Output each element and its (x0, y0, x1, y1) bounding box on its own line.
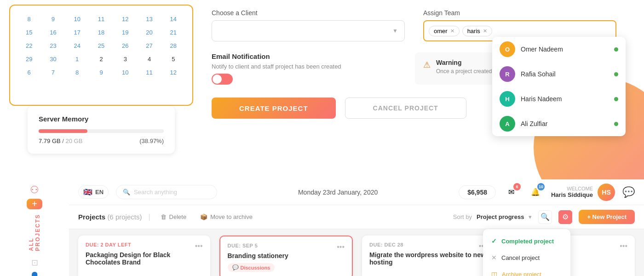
card-menu-design[interactable]: ••• (620, 242, 627, 250)
cal-cell[interactable]: 6 (17, 66, 40, 79)
cal-cell[interactable]: 7 (41, 66, 64, 79)
context-archive-label: Archive project (502, 271, 541, 276)
cal-cell[interactable]: 19 (114, 26, 137, 39)
user-avatar[interactable]: HS (598, 184, 615, 201)
cal-cell[interactable]: 11 (90, 13, 113, 25)
sort-value[interactable]: Project progress (477, 213, 524, 220)
cal-cell[interactable]: 16 (41, 26, 64, 39)
cal-cell[interactable]: 10 (114, 66, 137, 79)
cal-cell[interactable]: 1 (66, 53, 89, 65)
bell-notification[interactable]: 🔔 10 (527, 184, 544, 201)
create-project-button[interactable]: CREATE PROJECT (212, 98, 336, 119)
cal-cell[interactable]: 30 (41, 53, 64, 65)
cal-cell[interactable]: 10 (66, 13, 89, 25)
discussions-badge[interactable]: 💬 Discussions (228, 263, 275, 272)
cal-cell[interactable]: 12 (162, 66, 185, 79)
card-menu-branding[interactable]: ••• (337, 243, 345, 251)
cal-cell[interactable]: 20 (138, 26, 161, 39)
choose-client-select[interactable]: ▼ (212, 20, 405, 41)
context-cancel-label: Cancel project (501, 254, 540, 261)
context-completed[interactable]: ✓ Completed project (483, 233, 570, 249)
card-title-packaging: Packaging Design for Black Chocolates Br… (86, 251, 203, 266)
tag-omer-remove[interactable]: ✕ (450, 28, 454, 34)
cancel-project-button[interactable]: CANCEL PROJECT (345, 98, 466, 119)
cal-cell[interactable]: 29 (17, 53, 40, 65)
cal-cell[interactable]: 25 (90, 40, 113, 52)
sidebar-user-icon[interactable]: 👤 (27, 271, 42, 276)
cal-cell[interactable]: 14 (162, 13, 185, 25)
sidebar-dashboard-icon[interactable]: ⊡ (27, 258, 42, 268)
cal-cell[interactable]: 12 (114, 13, 137, 25)
online-dot-omer (614, 47, 618, 52)
cal-cell[interactable]: 24 (66, 40, 89, 52)
delete-icon: 🗑 (161, 213, 167, 220)
context-menu[interactable]: ✓ Completed project ✕ Cancel project ◫ A… (483, 229, 570, 276)
search-bar[interactable]: 🔍 Search anything (116, 185, 217, 199)
separator: | (148, 213, 150, 221)
cal-cell[interactable]: 15 (17, 26, 40, 39)
team-name-omer: Omer Nadeem (521, 46, 609, 53)
cal-cell[interactable]: 2 (90, 53, 113, 65)
card-menu-packaging[interactable]: ••• (195, 242, 203, 250)
new-project-button[interactable]: + New Project (579, 210, 635, 224)
toggle-knob (213, 75, 222, 84)
tag-haris-remove[interactable]: ✕ (483, 28, 487, 34)
move-to-archive-button[interactable]: 📦 Move to archive (196, 212, 256, 222)
delete-button[interactable]: 🗑 Delete (157, 212, 190, 222)
card-title-wordpress: Migrate the wordpress website to new hos… (369, 251, 487, 266)
cal-cell[interactable]: 21 (162, 26, 185, 39)
project-card-wordpress[interactable]: DUE: DEC 28 ••• Migrate the wordpress we… (362, 236, 494, 276)
cal-cell[interactable]: 8 (66, 66, 89, 79)
cal-cell[interactable]: 17 (66, 26, 89, 39)
cal-cell[interactable]: 27 (138, 40, 161, 52)
cal-cell[interactable]: 4 (138, 53, 161, 65)
card-title-branding: Branding stationery (228, 252, 345, 259)
project-card-packaging[interactable]: DUE: 2 DAY LEFT ••• Packaging Design for… (78, 236, 210, 276)
memory-bar-background (39, 129, 164, 133)
cal-cell[interactable]: 3 (114, 53, 137, 65)
cal-cell[interactable]: 13 (138, 13, 161, 25)
team-item-rafia[interactable]: R Rafia Sohail (492, 62, 626, 86)
cal-cell[interactable]: 8 (17, 13, 40, 25)
team-dropdown[interactable]: O Omer Nadeem R Rafia Sohail H Haris Nad… (492, 37, 626, 136)
team-item-omer[interactable]: O Omer Nadeem (492, 37, 626, 62)
cal-cell[interactable]: 9 (90, 66, 113, 79)
brand-logo: ⚇ (30, 184, 39, 196)
cal-cell[interactable]: 23 (41, 40, 64, 52)
chat-icon[interactable]: 💬 (622, 186, 635, 198)
email-notification-group: Email Notification Notify to client and … (212, 52, 397, 85)
card-due-packaging: DUE: 2 DAY LEFT (86, 242, 131, 247)
cal-cell[interactable]: 9 (41, 13, 64, 25)
cal-cell[interactable]: 22 (17, 40, 40, 52)
team-name-haris: Haris Nadeem (521, 95, 609, 103)
team-item-haris[interactable]: H Haris Nadeem (492, 86, 626, 111)
welcome-label: WELCOME (551, 186, 593, 191)
online-dot-haris (614, 97, 618, 101)
archive-icon: 📦 (200, 213, 207, 220)
cal-cell[interactable]: 5 (162, 53, 185, 65)
search-filter-button[interactable]: 🔍 (538, 210, 552, 224)
project-card-branding[interactable]: DUE: SEP 5 ••• Branding stationery 💬 Dis… (219, 236, 353, 276)
tag-omer-label: omer (434, 28, 448, 34)
move-archive-label: Move to archive (210, 213, 253, 220)
cal-cell[interactable]: 18 (90, 26, 113, 39)
context-archive[interactable]: ◫ Archive project (483, 266, 570, 276)
team-name-ali: Ali Zulfiar (521, 120, 609, 127)
tag-haris[interactable]: haris ✕ (462, 26, 492, 36)
bell-count: 10 (537, 183, 545, 190)
projects-label: Projects (78, 213, 107, 221)
cal-cell[interactable]: 11 (138, 66, 161, 79)
calendar-grid[interactable]: 8 9 10 11 12 13 14 15 16 17 18 19 20 21 … (17, 13, 185, 79)
filter-button[interactable]: ⚙ (558, 210, 572, 224)
team-item-ali[interactable]: A Ali Zulfiar (492, 111, 626, 136)
cal-cell[interactable]: 28 (162, 40, 185, 52)
tag-omer[interactable]: omer ✕ (429, 26, 460, 36)
memory-info: 7.79 GB / 20 GB (38.97%) (39, 138, 164, 144)
cal-cell[interactable]: 26 (114, 40, 137, 52)
sidebar-add-button[interactable]: + (27, 199, 42, 209)
language-selector[interactable]: 🇬🇧 EN (78, 185, 109, 199)
memory-bar-fill (39, 129, 87, 133)
email-toggle[interactable] (212, 74, 233, 85)
context-cancel[interactable]: ✕ Cancel project (483, 249, 570, 266)
mail-notification[interactable]: ✉ 6 (503, 184, 520, 201)
